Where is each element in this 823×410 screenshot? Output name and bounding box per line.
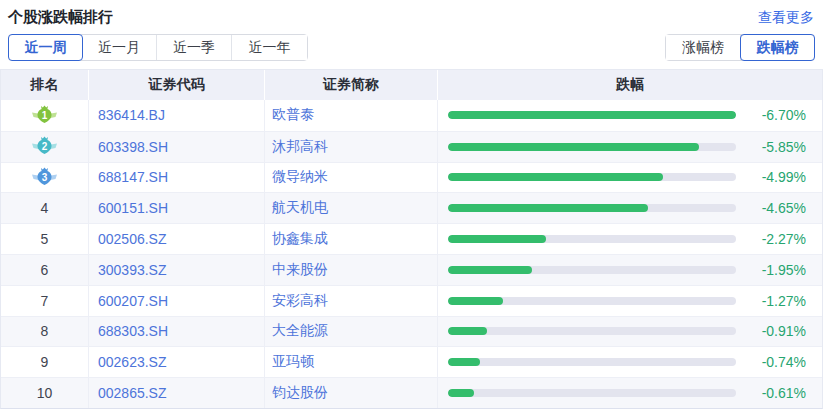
table-row: 4600151.SH航天机电-4.65% — [1, 192, 822, 223]
stock-code-link[interactable]: 600151.SH — [89, 193, 265, 223]
table-row: 7600207.SH安彩高科-1.27% — [1, 285, 822, 316]
change-bar-track — [448, 143, 736, 151]
change-cell: -5.85% — [438, 132, 822, 162]
tab-recent-week[interactable]: 近一周 — [8, 34, 83, 61]
rank-cell: 6 — [1, 255, 89, 285]
svg-text:1: 1 — [42, 110, 48, 121]
stock-name-link[interactable]: 沐邦高科 — [265, 132, 438, 162]
table-row: 5002506.SZ协鑫集成-2.27% — [1, 223, 822, 254]
stock-ranking-widget: 个股涨跌幅排行 查看更多 近一周 近一月 近一季 近一年 涨幅榜 跌幅榜 排名 … — [0, 0, 823, 410]
page-title: 个股涨跌幅排行 — [8, 8, 113, 27]
stock-name-link[interactable]: 欧普泰 — [265, 100, 438, 131]
period-tab-group: 近一周 近一月 近一季 近一年 — [8, 34, 308, 61]
widget-header: 个股涨跌幅排行 查看更多 — [0, 0, 823, 27]
stock-code-link[interactable]: 688303.SH — [89, 317, 265, 347]
change-percent: -4.65% — [736, 200, 822, 216]
change-percent: -0.74% — [736, 354, 822, 370]
change-bar-fill — [448, 173, 663, 181]
stock-name-link[interactable]: 大全能源 — [265, 317, 438, 347]
change-bar-track — [448, 327, 736, 335]
change-percent: -2.27% — [736, 231, 822, 247]
column-header-name: 证券简称 — [265, 70, 438, 100]
rank-cell: 1 — [1, 100, 89, 131]
table-row: 10002865.SZ钧达股份-0.61% — [1, 377, 822, 408]
change-bar-track — [448, 266, 736, 274]
ranking-table: 排名 证券代码 证券简称 跌幅 1836414.BJ欧普泰-6.70%26033… — [0, 69, 823, 409]
stock-name-link[interactable]: 中来股份 — [265, 255, 438, 285]
change-percent: -5.85% — [736, 139, 822, 155]
table-row: 1836414.BJ欧普泰-6.70% — [1, 100, 822, 131]
tab-losers-board[interactable]: 跌幅榜 — [740, 34, 815, 61]
change-bar-track — [448, 204, 736, 212]
rank-cell: 5 — [1, 224, 89, 254]
rank-cell: 4 — [1, 193, 89, 223]
controls-row: 近一周 近一月 近一季 近一年 涨幅榜 跌幅榜 — [0, 34, 823, 61]
change-percent: -1.95% — [736, 262, 822, 278]
change-cell: -4.65% — [438, 193, 822, 223]
column-header-change: 跌幅 — [438, 70, 822, 100]
stock-name-link[interactable]: 钧达股份 — [265, 378, 438, 408]
change-bar-track — [448, 389, 736, 397]
svg-text:3: 3 — [42, 172, 48, 183]
change-bar-fill — [448, 358, 480, 366]
stock-code-link[interactable]: 836414.BJ — [89, 100, 265, 131]
change-cell: -0.91% — [438, 317, 822, 347]
stock-name-link[interactable]: 微导纳米 — [265, 163, 438, 193]
stock-name-link[interactable]: 安彩高科 — [265, 286, 438, 316]
tab-recent-month[interactable]: 近一月 — [82, 35, 157, 60]
rank-cell: 10 — [1, 378, 89, 408]
svg-text:2: 2 — [42, 141, 48, 152]
change-bar-track — [448, 235, 736, 243]
stock-code-link[interactable]: 002623.SZ — [89, 347, 265, 377]
stock-code-link[interactable]: 600207.SH — [89, 286, 265, 316]
table-body: 1836414.BJ欧普泰-6.70%2603398.SH沐邦高科-5.85%3… — [1, 100, 822, 408]
stock-code-link[interactable]: 603398.SH — [89, 132, 265, 162]
stock-code-link[interactable]: 002506.SZ — [89, 224, 265, 254]
stock-code-link[interactable]: 300393.SZ — [89, 255, 265, 285]
tab-gainers-board[interactable]: 涨幅榜 — [666, 35, 741, 60]
tab-recent-quarter[interactable]: 近一季 — [157, 35, 232, 60]
stock-code-link[interactable]: 688147.SH — [89, 163, 265, 193]
stock-name-link[interactable]: 协鑫集成 — [265, 224, 438, 254]
rank-2-medal-icon: 2 — [31, 136, 58, 157]
change-bar-fill — [448, 327, 487, 335]
stock-name-link[interactable]: 亚玛顿 — [265, 347, 438, 377]
table-row: 8688303.SH大全能源-0.91% — [1, 316, 822, 347]
change-cell: -1.95% — [438, 255, 822, 285]
table-row: 2603398.SH沐邦高科-5.85% — [1, 131, 822, 162]
rank-cell: 9 — [1, 347, 89, 377]
rank-cell: 8 — [1, 317, 89, 347]
change-cell: -4.99% — [438, 163, 822, 193]
change-percent: -4.99% — [736, 169, 822, 185]
change-bar-fill — [448, 389, 474, 397]
table-row: 6300393.SZ中来股份-1.95% — [1, 254, 822, 285]
change-bar-fill — [448, 111, 736, 119]
table-row: 3688147.SH微导纳米-4.99% — [1, 162, 822, 193]
change-cell: -0.74% — [438, 347, 822, 377]
table-header-row: 排名 证券代码 证券简称 跌幅 — [1, 70, 822, 100]
stock-name-link[interactable]: 航天机电 — [265, 193, 438, 223]
change-percent: -0.91% — [736, 323, 822, 339]
tab-recent-year[interactable]: 近一年 — [232, 35, 307, 60]
change-bar-fill — [448, 235, 546, 243]
rank-cell: 7 — [1, 286, 89, 316]
view-more-link[interactable]: 查看更多 — [758, 9, 814, 27]
change-percent: -1.27% — [736, 293, 822, 309]
change-cell: -1.27% — [438, 286, 822, 316]
rank-1-medal-icon: 1 — [31, 105, 58, 126]
rank-3-medal-icon: 3 — [31, 167, 58, 188]
column-header-code: 证券代码 — [89, 70, 265, 100]
change-bar-fill — [448, 266, 532, 274]
column-header-rank: 排名 — [1, 70, 89, 100]
change-cell: -6.70% — [438, 100, 822, 131]
table-row: 9002623.SZ亚玛顿-0.74% — [1, 346, 822, 377]
change-bar-fill — [448, 143, 699, 151]
change-bar-track — [448, 111, 736, 119]
change-bar-track — [448, 297, 736, 305]
change-cell: -0.61% — [438, 378, 822, 408]
rank-cell: 2 — [1, 132, 89, 162]
change-bar-track — [448, 358, 736, 366]
change-percent: -0.61% — [736, 385, 822, 401]
stock-code-link[interactable]: 002865.SZ — [89, 378, 265, 408]
rank-cell: 3 — [1, 163, 89, 193]
